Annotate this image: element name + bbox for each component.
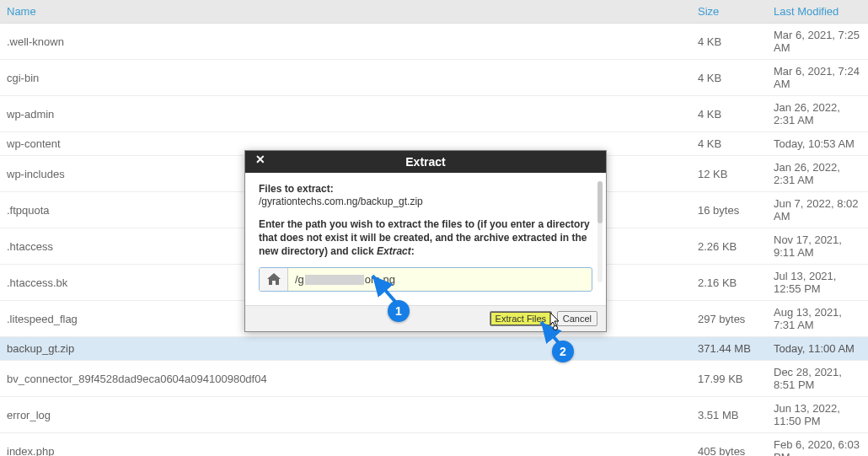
cell-modified: Today, 10:53 AM (767, 132, 868, 156)
col-modified[interactable]: Last Modified (767, 0, 868, 24)
cell-size: 4 KB (691, 132, 767, 156)
dialog-instruction: Enter the path you wish to extract the f… (259, 217, 592, 259)
dialog-body: Files to extract: /gyrationtechs.com.ng/… (245, 173, 606, 305)
cell-size: 2.16 KB (691, 265, 767, 301)
cell-size: 4 KB (691, 24, 767, 60)
dialog-footer: Extract Files Cancel (245, 305, 606, 331)
col-name[interactable]: Name (0, 0, 691, 24)
scrollbar[interactable] (597, 181, 603, 282)
cell-size: 297 bytes (691, 301, 767, 337)
extract-files-button[interactable]: Extract Files (490, 311, 553, 326)
cancel-button[interactable]: Cancel (557, 311, 597, 326)
cell-size: 12 KB (691, 156, 767, 192)
cell-name: wp-admin (0, 96, 691, 132)
files-to-extract-label: Files to extract: (259, 183, 592, 195)
cell-modified: Today, 11:00 AM (767, 337, 868, 361)
table-row[interactable]: error_log3.51 MBJun 13, 2022, 11:50 PM (0, 397, 868, 433)
cell-size: 371.44 MB (691, 337, 767, 361)
cell-modified: Mar 6, 2021, 7:24 AM (767, 60, 868, 96)
table-row[interactable]: index.php405 bytesFeb 6, 2020, 6:03 PM (0, 433, 868, 457)
extract-path-input[interactable]: /gom.ng (288, 268, 592, 291)
table-row[interactable]: cgi-bin4 KBMar 6, 2021, 7:24 AM (0, 60, 868, 96)
cell-name: index.php (0, 433, 691, 457)
cell-modified: Jun 13, 2022, 11:50 PM (767, 397, 868, 433)
cell-modified: Mar 6, 2021, 7:25 AM (767, 24, 868, 60)
cell-modified: Jan 26, 2022, 2:31 AM (767, 96, 868, 132)
cell-modified: Jun 7, 2022, 8:02 AM (767, 192, 868, 228)
cell-size: 4 KB (691, 60, 767, 96)
cell-size: 3.51 MB (691, 397, 767, 433)
dialog-titlebar[interactable]: ✕ Extract (245, 151, 606, 173)
cell-name: .well-known (0, 24, 691, 60)
files-to-extract-path: /gyrationtechs.com.ng/backup_gt.zip (259, 196, 592, 207)
cell-size: 17.99 KB (691, 361, 767, 397)
extract-dialog: ✕ Extract Files to extract: /gyrationtec… (244, 150, 607, 332)
cell-name: error_log (0, 397, 691, 433)
cell-size: 16 bytes (691, 192, 767, 228)
redacted-text (305, 275, 364, 285)
cell-name: cgi-bin (0, 60, 691, 96)
cell-size: 4 KB (691, 96, 767, 132)
cell-modified: Aug 13, 2021, 7:31 AM (767, 301, 868, 337)
cell-size: 405 bytes (691, 433, 767, 457)
close-icon[interactable]: ✕ (255, 153, 264, 166)
table-row[interactable]: wp-admin4 KBJan 26, 2022, 2:31 AM (0, 96, 868, 132)
table-header: Name Size Last Modified (0, 0, 868, 24)
table-row[interactable]: .well-known4 KBMar 6, 2021, 7:25 AM (0, 24, 868, 60)
cell-modified: Nov 17, 2021, 9:11 AM (767, 228, 868, 265)
cell-size: 2.26 KB (691, 228, 767, 265)
dialog-title: Extract (405, 155, 445, 169)
cell-modified: Jul 13, 2021, 12:55 PM (767, 265, 868, 301)
col-size[interactable]: Size (691, 0, 767, 24)
scrollbar-thumb[interactable] (597, 181, 603, 223)
cell-modified: Feb 6, 2020, 6:03 PM (767, 433, 868, 457)
home-icon[interactable] (260, 268, 288, 291)
table-row[interactable]: backup_gt.zip371.44 MBToday, 11:00 AM (0, 337, 868, 361)
path-input-row: /gom.ng (259, 267, 592, 292)
cell-modified: Jan 26, 2022, 2:31 AM (767, 156, 868, 192)
cell-name: bv_connector_89f4528dad9eca0604a09410098… (0, 361, 691, 397)
cell-modified: Dec 28, 2021, 8:51 PM (767, 361, 868, 397)
table-row[interactable]: bv_connector_89f4528dad9eca0604a09410098… (0, 361, 868, 397)
cell-name: backup_gt.zip (0, 337, 691, 361)
